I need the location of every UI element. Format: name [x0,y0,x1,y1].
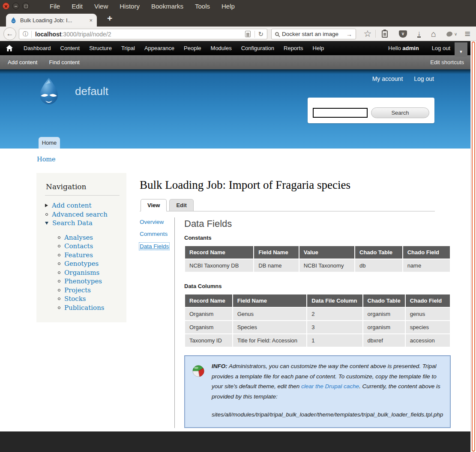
admin-home-icon[interactable] [6,45,13,51]
sidebar-link[interactable]: Features [64,251,93,260]
collapsed-arrow-icon[interactable] [45,204,48,207]
chevron-down-icon[interactable]: ∨ [454,32,457,36]
admin-item-people[interactable]: People [179,45,206,51]
sidebar-link[interactable]: Projects [64,286,91,295]
subnav-overview-link[interactable]: Overview [140,219,174,225]
downloads-icon[interactable]: ↓ [417,30,421,38]
shortcut-find-content[interactable]: Find content [49,59,80,65]
sidebar-item-phenotypes[interactable]: Phenotypes [57,277,120,286]
table-row: Organism Genus 2 organism genus [185,307,450,321]
new-tab-button[interactable]: + [103,13,117,24]
header-logout-link[interactable]: Log out [414,75,434,82]
browser-chrome: File Edit View History Bookmarks Tools H… [0,0,476,27]
site-search-input[interactable] [313,108,368,118]
sidebar-item-genotypes[interactable]: Genotypes [57,259,120,268]
sidebar-item-stocks[interactable]: Stocks [57,294,120,303]
sidebar-link[interactable]: Stocks [64,294,86,303]
breadcrumb-home-link[interactable]: Home [37,156,56,163]
edit-shortcuts-link[interactable]: Edit shortcuts [430,59,464,65]
refresh-icon[interactable]: ↻ [258,30,263,38]
sidebar-item-contacts[interactable]: Contacts [57,242,120,251]
data-columns-label: Data Columns [184,283,451,289]
scrollbar-thumb[interactable] [472,42,475,452]
admin-item-reports[interactable]: Reports [279,45,308,51]
menu-help[interactable]: Help [222,3,235,10]
bookmarks-list-icon[interactable] [382,30,388,38]
sidebar-item-add-content[interactable]: Add content [45,201,120,210]
table-row: Organism Species 3 organism species [185,321,450,334]
admin-item-tripal[interactable]: Tripal [117,45,140,51]
sidebar-link[interactable]: Contacts [64,242,93,251]
tab-edit[interactable]: Edit [169,199,194,211]
sidebar-link[interactable]: Search Data [52,219,93,228]
admin-logout-link[interactable]: Log out [432,45,450,51]
bullet-icon [58,297,60,300]
admin-user-area: Hello admin Log out [388,45,450,51]
bookmark-star-icon[interactable]: ☆ [360,29,375,39]
site-info-icon[interactable]: ⓘ [23,30,28,38]
hamburger-menu-icon[interactable]: ≡ [464,28,470,40]
toolbar-toggle-button[interactable]: ▼ [455,42,467,57]
tab-close-icon[interactable]: × [89,18,93,23]
shortcut-add-content[interactable]: Add content [8,59,37,65]
search-go-icon[interactable]: → [346,31,352,38]
reader-mode-icon[interactable] [245,31,251,37]
menu-bookmarks[interactable]: Bookmarks [151,3,183,10]
site-search-button[interactable]: Search [371,107,429,118]
subnav-data-fields-link[interactable]: Data Fields [139,243,169,250]
cell: Species [233,321,307,334]
search-query[interactable]: Docker start an image [282,31,343,37]
window-minimize-icon[interactable] [12,3,19,9]
clear-cache-link[interactable]: clear the Drupal cache [301,383,359,390]
admin-item-appearance[interactable]: Appearance [140,45,179,51]
scrollbar[interactable] [470,41,476,452]
menu-tools[interactable]: Tools [195,3,210,10]
back-button[interactable]: ← [3,27,16,40]
my-account-link[interactable]: My account [372,75,403,82]
url-bar[interactable]: ⓘ localhost:3000/tripal/node/2 ↻ [19,29,267,39]
extension-icon[interactable] [446,30,453,37]
browser-tab[interactable]: Bulk Loading Job: I... × [6,14,97,27]
search-icon [275,32,279,36]
menu-edit[interactable]: Edit [72,3,83,10]
cell: Genus [233,307,307,321]
window-close-icon[interactable] [3,3,9,9]
pocket-icon[interactable]: ∨ [399,30,407,38]
sidebar-item-features[interactable]: Features [57,251,120,260]
sidebar-link[interactable]: Genotypes [64,259,99,268]
sidebar-link[interactable]: Publications [64,303,105,312]
sidebar-link[interactable]: Analyses [64,233,93,242]
sidebar-item-organisms[interactable]: Organisms [57,268,120,277]
sidebar-item-publications[interactable]: Publications [57,303,120,312]
sidebar-link[interactable]: Organisms [64,268,99,277]
admin-item-structure[interactable]: Structure [84,45,117,51]
home-icon[interactable]: ⌂ [431,29,436,39]
main-menu-home-tab[interactable]: Home [39,137,60,149]
window-maximize-icon[interactable] [22,3,29,9]
site-name[interactable]: default [75,85,108,98]
sidebar-link[interactable]: Advanced search [52,210,108,219]
expanded-arrow-icon[interactable] [45,222,48,225]
admin-item-content[interactable]: Content [56,45,85,51]
sidebar-item-analyses[interactable]: Analyses [57,233,120,242]
sidebar-item-advanced-search[interactable]: Advanced search [45,210,120,219]
sidebar-link[interactable]: Add content [52,201,92,210]
admin-item-configuration[interactable]: Configuration [237,45,279,51]
url-separator [254,31,255,38]
admin-item-modules[interactable]: Modules [206,45,237,51]
subnav-comments-link[interactable]: Comments [140,231,174,237]
tab-view[interactable]: View [141,199,167,211]
admin-item-help[interactable]: Help [308,45,329,51]
menu-file[interactable]: File [50,3,60,10]
admin-item-dashboard[interactable]: Dashboard [19,45,56,51]
table-row: Taxonomy ID Title for Field: Accession 1… [185,334,450,347]
sidebar-link[interactable]: Phenotypes [64,277,102,286]
menu-view[interactable]: View [94,3,108,10]
sidebar-item-projects[interactable]: Projects [57,286,120,295]
sidebar-item-search-data[interactable]: Search Data [45,219,120,228]
browser-search-bar[interactable]: Docker start an image → [271,29,356,39]
drupal-logo[interactable] [35,77,63,107]
toolbar-separator [375,30,376,38]
cell: genus [405,307,450,321]
menu-history[interactable]: History [120,3,140,10]
